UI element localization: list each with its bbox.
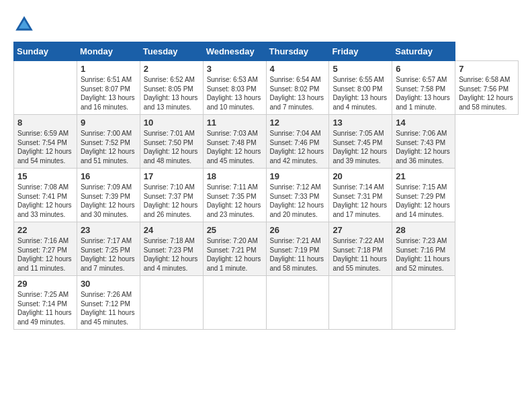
cell-content: Sunrise: 7:15 AMSunset: 7:29 PMDaylight:… bbox=[396, 183, 451, 219]
cell-content: Sunrise: 7:16 AMSunset: 7:27 PMDaylight:… bbox=[17, 236, 73, 273]
cell-content: Sunrise: 7:00 AMSunset: 7:52 PMDaylight:… bbox=[81, 129, 136, 165]
day-number: 22 bbox=[17, 225, 73, 235]
cell-content: Sunrise: 7:09 AMSunset: 7:39 PMDaylight:… bbox=[81, 183, 136, 219]
day-number: 9 bbox=[81, 118, 136, 128]
calendar-cell: 26 Sunrise: 7:21 AMSunset: 7:19 PMDaylig… bbox=[266, 222, 329, 276]
day-number: 28 bbox=[396, 225, 451, 235]
day-number: 13 bbox=[332, 118, 388, 128]
calendar-cell: 25 Sunrise: 7:20 AMSunset: 7:21 PMDaylig… bbox=[203, 222, 266, 276]
calendar-cell: 22 Sunrise: 7:16 AMSunset: 7:27 PMDaylig… bbox=[14, 222, 77, 276]
calendar-cell: 24 Sunrise: 7:18 AMSunset: 7:23 PMDaylig… bbox=[140, 222, 203, 276]
calendar-cell: 1 Sunrise: 6:51 AMSunset: 8:07 PMDayligh… bbox=[77, 61, 140, 115]
day-number: 29 bbox=[17, 279, 73, 289]
day-header-saturday: Saturday bbox=[392, 42, 455, 61]
day-number: 19 bbox=[270, 171, 326, 181]
day-number: 26 bbox=[270, 225, 326, 235]
calendar-cell: 23 Sunrise: 7:17 AMSunset: 7:25 PMDaylig… bbox=[77, 222, 140, 276]
day-header-thursday: Thursday bbox=[266, 42, 329, 61]
cell-content: Sunrise: 7:03 AMSunset: 7:48 PMDaylight:… bbox=[207, 129, 263, 165]
cell-content: Sunrise: 7:23 AMSunset: 7:16 PMDaylight:… bbox=[396, 236, 451, 273]
day-number: 12 bbox=[270, 118, 326, 128]
calendar-cell: 30 Sunrise: 7:26 AMSunset: 7:12 PMDaylig… bbox=[77, 276, 140, 330]
cell-content: Sunrise: 7:26 AMSunset: 7:12 PMDaylight:… bbox=[81, 290, 136, 326]
day-number: 14 bbox=[396, 118, 451, 128]
logo-icon bbox=[13, 13, 35, 35]
day-number: 20 bbox=[332, 171, 388, 181]
day-header-wednesday: Wednesday bbox=[203, 42, 266, 61]
day-number: 30 bbox=[81, 279, 136, 289]
day-number: 18 bbox=[207, 171, 263, 181]
cell-content: Sunrise: 7:05 AMSunset: 7:45 PMDaylight:… bbox=[332, 129, 388, 165]
calendar-cell: 21 Sunrise: 7:15 AMSunset: 7:29 PMDaylig… bbox=[392, 169, 455, 222]
day-header-friday: Friday bbox=[329, 42, 392, 61]
day-number: 24 bbox=[144, 225, 200, 235]
day-header-tuesday: Tuesday bbox=[140, 42, 203, 61]
cell-content: Sunrise: 6:53 AMSunset: 8:03 PMDaylight:… bbox=[207, 75, 263, 111]
cell-content: Sunrise: 7:18 AMSunset: 7:23 PMDaylight:… bbox=[144, 236, 200, 273]
day-number: 3 bbox=[207, 64, 263, 74]
week-row-5: 29 Sunrise: 7:25 AMSunset: 7:14 PMDaylig… bbox=[14, 276, 519, 330]
cell-content: Sunrise: 7:06 AMSunset: 7:43 PMDaylight:… bbox=[396, 129, 451, 165]
cell-content: Sunrise: 6:57 AMSunset: 7:58 PMDaylight:… bbox=[396, 75, 451, 111]
week-row-1: 1 Sunrise: 6:51 AMSunset: 8:07 PMDayligh… bbox=[14, 61, 519, 115]
calendar-cell bbox=[266, 276, 329, 330]
day-number: 2 bbox=[144, 64, 200, 74]
day-number: 23 bbox=[81, 225, 136, 235]
calendar-cell: 16 Sunrise: 7:09 AMSunset: 7:39 PMDaylig… bbox=[77, 169, 140, 222]
calendar-cell: 11 Sunrise: 7:03 AMSunset: 7:48 PMDaylig… bbox=[203, 115, 266, 169]
calendar-cell: 3 Sunrise: 6:53 AMSunset: 8:03 PMDayligh… bbox=[203, 61, 266, 115]
cell-content: Sunrise: 6:52 AMSunset: 8:05 PMDaylight:… bbox=[144, 75, 200, 111]
cell-content: Sunrise: 6:54 AMSunset: 8:02 PMDaylight:… bbox=[270, 75, 326, 111]
day-number: 11 bbox=[207, 118, 263, 128]
cell-content: Sunrise: 7:01 AMSunset: 7:50 PMDaylight:… bbox=[144, 129, 200, 165]
calendar-cell: 14 Sunrise: 7:06 AMSunset: 7:43 PMDaylig… bbox=[392, 115, 455, 169]
cell-content: Sunrise: 6:55 AMSunset: 8:00 PMDaylight:… bbox=[332, 75, 388, 111]
calendar-table: SundayMondayTuesdayWednesdayThursdayFrid… bbox=[13, 42, 519, 330]
calendar-cell bbox=[203, 276, 266, 330]
cell-content: Sunrise: 7:04 AMSunset: 7:46 PMDaylight:… bbox=[270, 129, 326, 165]
logo bbox=[13, 13, 38, 35]
calendar-cell bbox=[329, 276, 392, 330]
calendar-cell bbox=[14, 61, 77, 115]
day-number: 4 bbox=[270, 64, 326, 74]
day-number: 21 bbox=[396, 171, 451, 181]
week-row-3: 15 Sunrise: 7:08 AMSunset: 7:41 PMDaylig… bbox=[14, 169, 519, 222]
calendar-cell: 2 Sunrise: 6:52 AMSunset: 8:05 PMDayligh… bbox=[140, 61, 203, 115]
calendar-cell: 19 Sunrise: 7:12 AMSunset: 7:33 PMDaylig… bbox=[266, 169, 329, 222]
calendar-cell: 12 Sunrise: 7:04 AMSunset: 7:46 PMDaylig… bbox=[266, 115, 329, 169]
cell-content: Sunrise: 7:11 AMSunset: 7:35 PMDaylight:… bbox=[207, 183, 263, 219]
cell-content: Sunrise: 6:58 AMSunset: 7:56 PMDaylight:… bbox=[459, 75, 515, 111]
week-row-2: 8 Sunrise: 6:59 AMSunset: 7:54 PMDayligh… bbox=[14, 115, 519, 169]
week-row-4: 22 Sunrise: 7:16 AMSunset: 7:27 PMDaylig… bbox=[14, 222, 519, 276]
day-number: 27 bbox=[332, 225, 388, 235]
cell-content: Sunrise: 7:12 AMSunset: 7:33 PMDaylight:… bbox=[270, 183, 326, 219]
cell-content: Sunrise: 7:25 AMSunset: 7:14 PMDaylight:… bbox=[17, 290, 73, 326]
cell-content: Sunrise: 6:51 AMSunset: 8:07 PMDaylight:… bbox=[81, 75, 136, 111]
day-number: 16 bbox=[81, 171, 136, 181]
calendar-cell: 20 Sunrise: 7:14 AMSunset: 7:31 PMDaylig… bbox=[329, 169, 392, 222]
calendar-cell: 17 Sunrise: 7:10 AMSunset: 7:37 PMDaylig… bbox=[140, 169, 203, 222]
day-number: 25 bbox=[207, 225, 263, 235]
cell-content: Sunrise: 7:10 AMSunset: 7:37 PMDaylight:… bbox=[144, 183, 200, 219]
day-number: 15 bbox=[17, 171, 73, 181]
calendar-cell: 18 Sunrise: 7:11 AMSunset: 7:35 PMDaylig… bbox=[203, 169, 266, 222]
cell-content: Sunrise: 6:59 AMSunset: 7:54 PMDaylight:… bbox=[17, 129, 73, 165]
day-number: 6 bbox=[396, 64, 451, 74]
calendar-cell: 15 Sunrise: 7:08 AMSunset: 7:41 PMDaylig… bbox=[14, 169, 77, 222]
day-number: 8 bbox=[17, 118, 73, 128]
calendar-cell: 8 Sunrise: 6:59 AMSunset: 7:54 PMDayligh… bbox=[14, 115, 77, 169]
calendar-cell: 10 Sunrise: 7:01 AMSunset: 7:50 PMDaylig… bbox=[140, 115, 203, 169]
calendar-cell: 13 Sunrise: 7:05 AMSunset: 7:45 PMDaylig… bbox=[329, 115, 392, 169]
calendar-cell: 28 Sunrise: 7:23 AMSunset: 7:16 PMDaylig… bbox=[392, 222, 455, 276]
day-number: 1 bbox=[81, 64, 136, 74]
calendar-cell: 4 Sunrise: 6:54 AMSunset: 8:02 PMDayligh… bbox=[266, 61, 329, 115]
calendar-cell: 27 Sunrise: 7:22 AMSunset: 7:18 PMDaylig… bbox=[329, 222, 392, 276]
day-number: 7 bbox=[459, 64, 515, 74]
cell-content: Sunrise: 7:08 AMSunset: 7:41 PMDaylight:… bbox=[17, 183, 73, 219]
cell-content: Sunrise: 7:20 AMSunset: 7:21 PMDaylight:… bbox=[207, 236, 263, 273]
page-header bbox=[13, 13, 519, 35]
calendar-cell bbox=[392, 276, 455, 330]
calendar-cell: 5 Sunrise: 6:55 AMSunset: 8:00 PMDayligh… bbox=[329, 61, 392, 115]
cell-content: Sunrise: 7:17 AMSunset: 7:25 PMDaylight:… bbox=[81, 236, 136, 273]
cell-content: Sunrise: 7:22 AMSunset: 7:18 PMDaylight:… bbox=[332, 236, 388, 273]
